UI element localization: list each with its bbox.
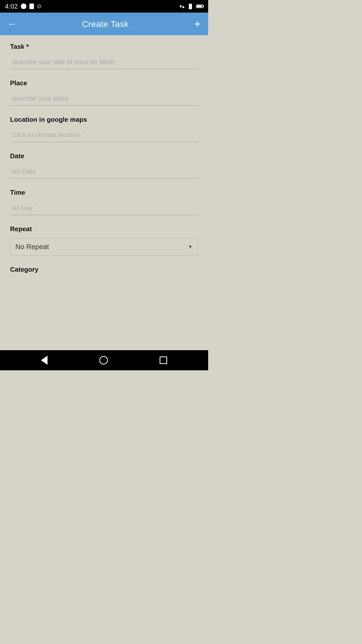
chevron-down-icon: ▼: [188, 244, 193, 250]
repeat-field-group: Repeat No Repeat ▼: [10, 225, 198, 256]
bottom-nav: [0, 350, 208, 370]
category-label: Category: [10, 266, 198, 273]
location-input[interactable]: Click to choose location: [10, 129, 198, 142]
task-input[interactable]: [10, 56, 198, 69]
circle-icon: [21, 4, 26, 9]
status-bar-left: 4:02 ⊙: [5, 3, 41, 10]
place-input[interactable]: [10, 92, 198, 106]
status-time: 4:02: [5, 3, 18, 10]
nav-back-button[interactable]: [41, 356, 48, 365]
wifi-icon: ▾▴: [179, 3, 185, 9]
date-input[interactable]: No Date: [10, 165, 198, 179]
status-bar: 4:02 ⊙ ▾▴ ▐▌: [0, 0, 208, 13]
signal-icon: ▐▌: [187, 4, 194, 9]
location-label: Location in google maps: [10, 116, 198, 124]
time-label: Time: [10, 189, 198, 196]
recent-nav-icon: [160, 356, 167, 364]
location-field-group: Location in google maps Click to choose …: [10, 116, 198, 142]
nav-home-button[interactable]: [99, 356, 108, 365]
battery-icon: [196, 5, 203, 8]
battery-fill: [197, 5, 202, 7]
back-nav-icon: [41, 356, 48, 365]
place-label: Place: [10, 79, 198, 87]
time-input[interactable]: All Day: [10, 202, 198, 215]
task-label: Task *: [10, 43, 198, 51]
add-button[interactable]: +: [194, 18, 201, 30]
status-bar-right: ▾▴ ▐▌: [179, 3, 203, 9]
back-button[interactable]: ←: [8, 19, 17, 29]
app-header: ← Create Task +: [0, 13, 208, 35]
nav-recent-button[interactable]: [160, 356, 167, 364]
page-title: Create Task: [82, 19, 129, 29]
repeat-dropdown[interactable]: No Repeat ▼: [10, 238, 198, 256]
date-field-group: Date No Date: [10, 152, 198, 179]
repeat-label: Repeat: [10, 225, 198, 233]
date-label: Date: [10, 152, 198, 160]
category-field-group: Category: [10, 266, 198, 273]
home-nav-icon: [99, 356, 108, 365]
repeat-value: No Repeat: [15, 243, 49, 251]
at-icon: ⊙: [37, 3, 41, 10]
task-field-group: Task *: [10, 43, 198, 69]
time-field-group: Time All Day: [10, 189, 198, 215]
main-content: Task * Place Location in google maps Cli…: [0, 35, 208, 350]
place-field-group: Place: [10, 79, 198, 106]
sd-card-icon: [29, 4, 34, 9]
